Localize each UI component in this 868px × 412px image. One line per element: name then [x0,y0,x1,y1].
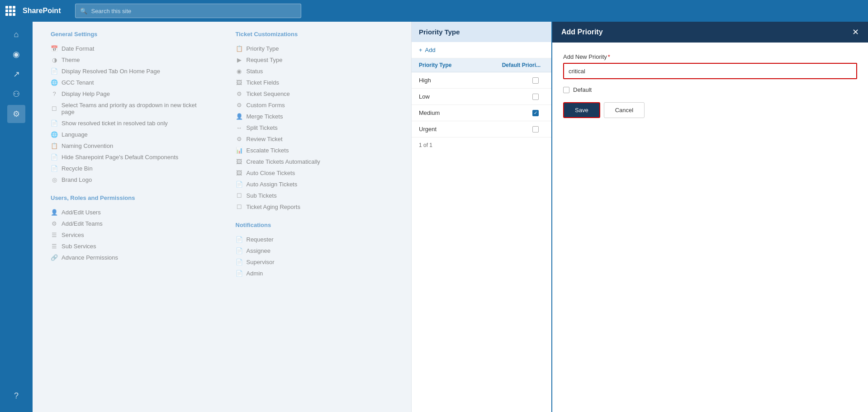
priority-row-medium[interactable]: Medium ✓ [412,105,551,121]
setting-select-teams[interactable]: ☐ Select Teams and priority as dropdown … [51,99,209,118]
checkbox-medium[interactable]: ✓ [532,110,539,116]
setting-auto-close[interactable]: 🖼 Auto Close Tickets [236,167,394,179]
close-button[interactable]: ✕ [852,28,859,36]
setting-label: Language [62,131,88,138]
setting-label: Assignee [247,247,270,254]
setting-merge-tickets[interactable]: 👤 Merge Tickets [236,111,394,122]
page-icon: 📄 [51,68,58,75]
priority-check[interactable] [499,77,544,84]
setting-label: Recycle Bin [62,165,93,172]
setting-ticket-fields[interactable]: 🖼 Ticket Fields [236,77,394,88]
setting-theme[interactable]: ◑ Theme [51,54,209,66]
priority-table-header: Priority Type Default Priori... [412,58,551,72]
setting-label: Select Teams and priority as dropdown in… [62,102,209,115]
setting-label: Supervisor [247,259,275,265]
setting-aging-reports[interactable]: ☐ Ticket Aging Reports [236,201,394,213]
priority-check[interactable]: ✓ [499,110,544,116]
setting-label: Ticket Fields [247,79,279,86]
new-priority-input[interactable] [563,63,857,79]
setting-label: Merge Tickets [247,113,283,120]
setting-priority-type[interactable]: 📋 Priority Type [236,43,394,54]
setting-assignee[interactable]: 📄 Assignee [236,245,394,256]
setting-label: Escalate Tickets [247,147,289,154]
priority-row-low[interactable]: Low [412,89,551,105]
priority-name: High [419,77,499,84]
checkbox-high[interactable] [532,77,539,84]
setting-language[interactable]: 🌐 Language [51,129,209,140]
setting-label: Admin [247,270,263,277]
setting-auto-assign[interactable]: 📄 Auto Assign Tickets [236,179,394,190]
priority-row-high[interactable]: High [412,72,551,89]
priority-pagination: 1 of 1 [412,137,551,153]
doc-icon: 📄 [51,120,58,127]
checkbox-urgent[interactable] [532,126,539,133]
sidebar-people-icon[interactable]: ⚇ [7,85,25,103]
save-button[interactable]: Save [563,102,600,118]
setting-add-edit-users[interactable]: 👤 Add/Edit Users [51,207,209,218]
setting-naming[interactable]: 📋 Naming Convention [51,140,209,152]
setting-requester[interactable]: 📄 Requester [236,234,394,245]
sidebar-globe-icon[interactable]: ◉ [7,45,25,63]
supervisor-icon: 📄 [236,259,243,265]
setting-advance-permissions[interactable]: 🔗 Advance Permissions [51,252,209,263]
setting-sub-tickets[interactable]: ☐ Sub Tickets [236,190,394,201]
setting-request-type[interactable]: ▶ Request Type [236,54,394,66]
setting-ticket-sequence[interactable]: ⚙ Ticket Sequence [236,88,394,99]
default-row: Default [563,86,857,93]
setting-gcc-tenant[interactable]: 🌐 GCC Tenant [51,77,209,88]
app-launcher-icon[interactable] [5,6,15,16]
setting-hide-sharepoint[interactable]: 📄 Hide Sharepoint Page's Default Compone… [51,152,209,163]
auto-create-icon: 🖼 [236,158,243,165]
checkbox-icon: ☐ [51,105,58,112]
setting-escalate-tickets[interactable]: 📊 Escalate Tickets [236,145,394,156]
setting-label: Add/Edit Users [62,209,101,216]
search-icon: 🔍 [80,8,87,14]
settings-content: General Settings 📅 Date Format ◑ Theme 📄… [33,22,411,288]
setting-label: Hide Sharepoint Page's Default Component… [62,154,178,161]
setting-label: Display Help Page [62,90,110,97]
priority-add-button[interactable]: + Add [412,42,551,58]
top-nav: SharePoint 🔍 Search this site [0,0,868,22]
priority-row-urgent[interactable]: Urgent [412,121,551,137]
setting-show-resolved[interactable]: 📄 Show resolved ticket in resolved tab o… [51,118,209,129]
sub-tickets-icon: ☐ [236,192,243,199]
setting-label: Status [247,68,263,75]
permissions-icon: 🔗 [51,254,58,261]
setting-split-tickets[interactable]: ↔ Split Tickets [236,122,394,133]
setting-add-edit-teams[interactable]: ⚙ Add/Edit Teams [51,218,209,229]
setting-sub-services[interactable]: ☰ Sub Services [51,241,209,252]
setting-status[interactable]: ◉ Status [236,66,394,77]
setting-create-auto[interactable]: 🖼 Create Tickets Automatically [236,156,394,167]
setting-display-resolved[interactable]: 📄 Display Resolved Tab On Home Page [51,66,209,77]
priority-check[interactable] [499,94,544,100]
required-indicator: * [608,53,610,60]
setting-date-format[interactable]: 📅 Date Format [51,43,209,54]
sidebar-help-icon[interactable]: ? [7,387,25,405]
setting-supervisor[interactable]: 📄 Supervisor [236,256,394,268]
sidebar-settings-icon[interactable]: ⚙ [7,105,25,123]
priority-check[interactable] [499,126,544,133]
ticket-customizations-title: Ticket Customizations [236,31,394,38]
setting-label: Ticket Sequence [247,90,290,97]
setting-services[interactable]: ☰ Services [51,229,209,241]
sidebar-home-icon[interactable]: ⌂ [7,25,25,43]
setting-brand-logo[interactable]: ◎ Brand Logo [51,174,209,185]
setting-label: Add/Edit Teams [62,220,103,227]
users-roles-title: Users, Roles and Permissions [51,194,209,201]
cancel-button[interactable]: Cancel [604,102,645,118]
sidebar-chart-icon[interactable]: ↗ [7,65,25,83]
setting-custom-forms[interactable]: ⚙ Custom Forms [236,99,394,111]
add-icon: + [419,47,422,53]
assignee-icon: 📄 [236,247,243,254]
setting-recycle-bin[interactable]: 📄 Recycle Bin [51,163,209,174]
setting-admin[interactable]: 📄 Admin [236,268,394,279]
default-checkbox[interactable] [563,87,569,93]
setting-label: Custom Forms [247,102,285,109]
brand-icon: ◎ [51,176,58,183]
checkbox-low[interactable] [532,94,539,100]
search-bar[interactable]: 🔍 Search this site [75,4,301,18]
setting-review-ticket[interactable]: ⚙ Review Ticket [236,133,394,145]
review-icon: ⚙ [236,136,243,142]
setting-display-help[interactable]: ? Display Help Page [51,88,209,99]
status-icon: ◉ [236,68,243,75]
